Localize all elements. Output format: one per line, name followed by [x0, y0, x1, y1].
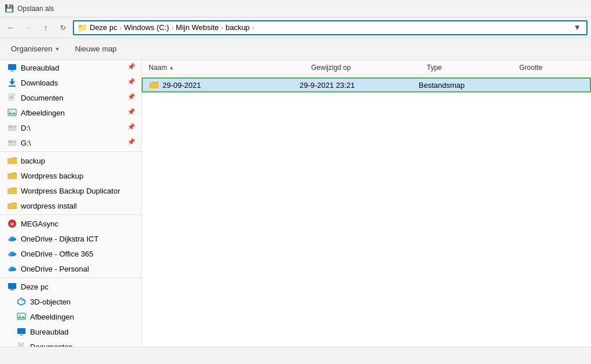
- sidebar-item-bureaublad[interactable]: Bureaublad 📌: [0, 60, 141, 75]
- folder-icon-wp-backup: [7, 170, 17, 181]
- file-modified-cell: 29-9-2021 23:21: [300, 81, 415, 90]
- sidebar-divider-3: [0, 277, 141, 278]
- mega-icon: M: [7, 218, 17, 229]
- new-folder-button[interactable]: Nieuwe map: [68, 41, 123, 57]
- pin-icon-afbeeldingen: 📌: [127, 108, 136, 117]
- address-part-deze-pc[interactable]: Deze pc: [90, 23, 117, 32]
- content-area: Naam ▲ Gewijzigd op Type Grootte 29-09-2…: [142, 60, 591, 347]
- sidebar-item-d-drive[interactable]: D:\ 📌: [0, 120, 141, 135]
- col-name-label: Naam: [149, 64, 167, 72]
- sidebar-label-backup: backup: [21, 157, 136, 165]
- organize-label: Organiseren: [11, 44, 53, 53]
- svg-rect-4: [9, 86, 16, 87]
- sidebar-item-deze-pc[interactable]: Deze pc: [0, 279, 141, 294]
- svg-rect-10: [8, 109, 16, 116]
- address-part-backup[interactable]: backup: [226, 23, 250, 32]
- sidebar-item-afbeeldingen[interactable]: Afbeeldingen 📌: [0, 105, 141, 120]
- sidebar-label-wordpress-backup: Wordpress backup: [21, 172, 136, 180]
- sidebar-label-afbeeldingen: Afbeeldingen: [21, 109, 124, 117]
- svg-rect-19: [8, 174, 17, 179]
- pc-icon: [7, 281, 17, 292]
- sidebar-label-wordpress-backup-dup: Wordpress Backup Duplicator: [21, 187, 136, 195]
- sidebar-label-d-drive: D:\: [21, 124, 124, 132]
- sidebar-label-3d-objecten: 3D-objecten: [30, 298, 136, 306]
- sidebar-item-onedrive-office365[interactable]: OneDrive - Office 365: [0, 246, 141, 261]
- sidebar-item-afbeeldingen-pc[interactable]: Afbeeldingen: [0, 309, 141, 324]
- svg-point-14: [14, 127, 15, 128]
- sidebar-item-downloads[interactable]: Downloads 📌: [0, 75, 141, 90]
- svg-point-32: [10, 267, 14, 270]
- sidebar-item-wordpress-install[interactable]: wordpress install: [0, 198, 141, 213]
- svg-rect-8: [10, 97, 13, 98]
- sidebar-item-documenten-pc[interactable]: Documenten: [0, 339, 141, 347]
- svg-rect-40: [17, 328, 25, 334]
- column-headers: Naam ▲ Gewijzigd op Type Grootte: [142, 60, 591, 75]
- sidebar-item-onedrive-personal[interactable]: OneDrive - Personal: [0, 261, 141, 276]
- address-sep-3: ›: [221, 24, 223, 31]
- svg-rect-38: [17, 313, 25, 320]
- address-dropdown-button[interactable]: ▼: [571, 20, 583, 35]
- sidebar-item-documenten[interactable]: Documenten 📌: [0, 90, 141, 105]
- sidebar-label-megasync: MEGAsync: [21, 220, 136, 228]
- new-folder-label: Nieuwe map: [75, 44, 116, 53]
- folder-icon-backup: [7, 155, 17, 166]
- window-title: Opslaan als: [17, 5, 54, 13]
- file-list: 29-09-2021 29-9-2021 23:21 Bestandsmap: [142, 75, 591, 347]
- address-bar[interactable]: 📁 Deze pc › Windows (C:) › Mijn Website …: [73, 20, 588, 35]
- title-bar: 💾 Opslaan als: [0, 0, 591, 17]
- svg-point-17: [14, 142, 15, 143]
- folder-file-icon: [149, 80, 159, 90]
- col-type-label: Type: [427, 64, 442, 72]
- col-header-modified[interactable]: Gewijzigd op: [309, 60, 424, 75]
- download-icon: [7, 77, 17, 88]
- sidebar-item-bureaublad-pc[interactable]: Bureaublad: [0, 324, 141, 339]
- svg-point-29: [10, 252, 14, 255]
- images-icon: [7, 107, 17, 118]
- sidebar-item-megasync[interactable]: M MEGAsync: [0, 216, 141, 231]
- svg-rect-42: [18, 343, 23, 347]
- sidebar-item-onedrive-dijkstra[interactable]: OneDrive - Dijkstra ICT: [0, 231, 141, 246]
- sidebar-item-wordpress-backup-dup[interactable]: Wordpress Backup Duplicator: [0, 183, 141, 198]
- nav-bar: ← → ↑ ↻ 📁 Deze pc › Windows (C:) › Mijn …: [0, 17, 591, 38]
- col-header-type[interactable]: Type: [424, 60, 517, 75]
- sidebar-item-backup[interactable]: backup: [0, 153, 141, 168]
- forward-button[interactable]: →: [21, 20, 36, 35]
- window-icon: 💾: [5, 4, 14, 13]
- sidebar-divider-1: [0, 151, 141, 152]
- sidebar-label-onedrive-office365: OneDrive - Office 365: [21, 250, 136, 258]
- documents-pc-icon: [16, 341, 27, 347]
- pin-icon-g-drive: 📌: [127, 138, 136, 147]
- col-header-name[interactable]: Naam ▲: [146, 60, 309, 75]
- up-button[interactable]: ↑: [38, 20, 53, 35]
- sidebar-label-documenten: Documenten: [21, 94, 124, 102]
- sidebar-label-downloads: Downloads: [21, 79, 124, 87]
- organize-button[interactable]: Organiseren ▼: [5, 41, 66, 57]
- svg-rect-18: [8, 159, 17, 164]
- file-name-cell: 29-09-2021: [162, 81, 296, 90]
- table-row[interactable]: 29-09-2021 29-9-2021 23:21 Bestandsmap: [142, 77, 591, 92]
- sidebar-label-deze-pc: Deze pc: [21, 283, 136, 291]
- svg-text:M: M: [10, 222, 14, 226]
- sidebar-item-3d-objecten[interactable]: 3D-objecten: [0, 294, 141, 309]
- svg-rect-35: [11, 289, 13, 289]
- pin-icon-bureaublad: 📌: [127, 63, 136, 72]
- sidebar-item-wordpress-backup[interactable]: Wordpress backup: [0, 168, 141, 183]
- svg-rect-34: [10, 289, 14, 291]
- address-part-mijnwebsite[interactable]: Mijn Website: [176, 23, 219, 32]
- pin-icon-d-drive: 📌: [127, 123, 136, 132]
- col-modified-label: Gewijzigd op: [311, 64, 351, 72]
- back-button[interactable]: ←: [3, 20, 19, 35]
- pin-icon-downloads: 📌: [127, 78, 136, 87]
- svg-rect-33: [8, 283, 16, 289]
- address-sep-1: ›: [120, 24, 122, 31]
- sidebar-item-g-drive[interactable]: G:\ 📌: [0, 135, 141, 150]
- sort-arrow-name: ▲: [169, 65, 174, 70]
- sidebar-label-wordpress-install: wordpress install: [21, 202, 136, 210]
- address-parts: Deze pc › Windows (C:) › Mijn Website › …: [90, 23, 569, 32]
- refresh-button[interactable]: ↻: [56, 20, 71, 35]
- onedrive-personal-icon: [7, 263, 17, 274]
- desktop-icon: [7, 62, 17, 73]
- col-header-size[interactable]: Grootte: [517, 60, 586, 75]
- address-part-windows[interactable]: Windows (C:): [124, 23, 169, 32]
- sidebar-divider-2: [0, 214, 141, 215]
